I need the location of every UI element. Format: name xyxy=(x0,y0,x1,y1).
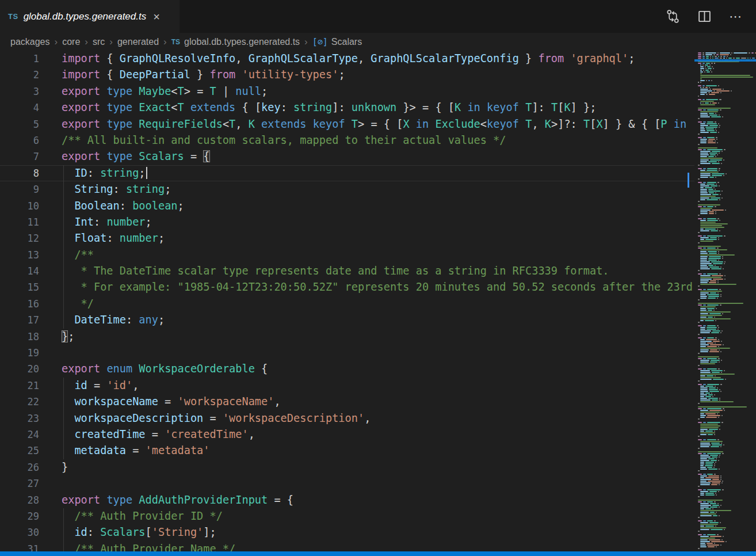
indent-guide xyxy=(63,312,64,328)
code-line-28[interactable]: 28export type AddAuthProviderInput = { xyxy=(0,492,694,508)
split-editor-icon[interactable] xyxy=(697,9,712,24)
code-line-14[interactable]: 14 * The DateTime scalar type represents… xyxy=(0,263,694,279)
line-number: 8 xyxy=(0,165,39,181)
line-number: 31 xyxy=(0,541,39,551)
indent-guide xyxy=(63,165,64,181)
line-number: 20 xyxy=(0,361,39,377)
indent-guide xyxy=(63,394,64,410)
breadcrumb-item-packages[interactable]: packages xyxy=(10,37,50,47)
line-number: 4 xyxy=(0,100,39,116)
indent-guide xyxy=(63,214,64,230)
indent-guide xyxy=(63,378,64,394)
line-number: 21 xyxy=(0,378,39,394)
code-line-9[interactable]: 9 String: string; xyxy=(0,181,694,197)
indent-guide xyxy=(63,524,64,540)
indent-guide xyxy=(63,198,64,214)
code-line-29[interactable]: 29 /** Auth Provider ID */ xyxy=(0,508,694,524)
line-number: 14 xyxy=(0,263,39,279)
line-number: 3 xyxy=(0,83,39,100)
code-line-6[interactable]: 6/** All built-in and custom scalars, ma… xyxy=(0,132,694,148)
text-cursor xyxy=(146,167,147,179)
indent-guide xyxy=(63,443,64,459)
code-line-16[interactable]: 16 */ xyxy=(0,296,694,312)
line-number: 23 xyxy=(0,410,39,426)
indent-guide xyxy=(63,247,64,263)
code-line-17[interactable]: 17 DateTime: any; xyxy=(0,312,694,328)
code-line-25[interactable]: 25 metadata = 'metadata' xyxy=(0,443,694,459)
code-line-23[interactable]: 23 workspaceDescription = 'workspaceDesc… xyxy=(0,410,694,426)
chevron-right-icon: › xyxy=(163,36,167,48)
code-line-20[interactable]: 20export enum WorkspaceOrderable { xyxy=(0,361,694,377)
line-number: 29 xyxy=(0,508,39,524)
code-line-26[interactable]: 26} xyxy=(0,459,694,475)
indent-guide xyxy=(63,426,64,443)
typescript-file-icon: TS xyxy=(8,12,18,21)
breadcrumb-item-filename[interactable]: global.db.types.generated.ts xyxy=(184,37,300,47)
indent-guide xyxy=(63,410,64,426)
code-line-15[interactable]: 15 * For example: "1985-04-12T23:20:50.5… xyxy=(0,279,694,295)
code-line-3[interactable]: 3export type Maybe<T> = T | null; xyxy=(0,83,694,100)
code-line-13[interactable]: 13 /** xyxy=(0,247,694,263)
code-line-19[interactable]: 19 xyxy=(0,345,694,361)
line-number: 6 xyxy=(0,132,39,148)
code-line-12[interactable]: 12 Float: number; xyxy=(0,230,694,246)
line-number: 12 xyxy=(0,230,39,246)
breadcrumb-item-core[interactable]: core xyxy=(62,37,80,47)
tab-global-db-types-generated[interactable]: TS global.db.types.generated.ts × xyxy=(0,0,180,33)
code-line-27[interactable]: 27 xyxy=(0,475,694,492)
code-line-21[interactable]: 21 id = 'id', xyxy=(0,378,694,394)
breadcrumb-item-scalars[interactable]: Scalars xyxy=(331,37,362,47)
line-number: 26 xyxy=(0,459,39,475)
line-number: 10 xyxy=(0,198,39,214)
line-number: 5 xyxy=(0,116,39,132)
code-line-1[interactable]: 1import { GraphQLResolveInfo, GraphQLSca… xyxy=(0,51,694,67)
code-line-18[interactable]: 18}; xyxy=(0,329,694,345)
line-number: 13 xyxy=(0,247,39,263)
minimap[interactable] xyxy=(694,51,756,551)
breadcrumb-item-generated[interactable]: generated xyxy=(117,37,159,47)
line-number: 16 xyxy=(0,296,39,312)
minimap-current-line-marker xyxy=(694,59,756,62)
code-area[interactable]: 1import { GraphQLResolveInfo, GraphQLSca… xyxy=(0,51,694,551)
indent-guide xyxy=(63,279,64,295)
editor-actions: ⋯ xyxy=(666,0,756,33)
code-line-4[interactable]: 4export type Exact<T extends { [key: str… xyxy=(0,100,694,116)
chevron-right-icon: › xyxy=(85,36,88,48)
line-number: 2 xyxy=(0,67,39,83)
close-tab-icon[interactable]: × xyxy=(153,11,160,22)
code-line-5[interactable]: 5export type RequireFields<T, K extends … xyxy=(0,116,694,132)
code-line-24[interactable]: 24 createdTime = 'createdTime', xyxy=(0,426,694,443)
code-line-10[interactable]: 10 Boolean: boolean; xyxy=(0,198,694,214)
chevron-right-icon: › xyxy=(109,36,113,48)
code-line-30[interactable]: 30 id: Scalars['String']; xyxy=(0,524,694,540)
open-changes-icon[interactable] xyxy=(666,9,680,24)
editor-pane[interactable]: 1import { GraphQLResolveInfo, GraphQLSca… xyxy=(0,51,756,551)
code-line-2[interactable]: 2import { DeepPartial } from 'utility-ty… xyxy=(0,67,694,83)
indent-guide xyxy=(63,508,64,524)
breadcrumb-item-src[interactable]: src xyxy=(93,37,105,47)
tab-label: global.db.types.generated.ts xyxy=(24,11,147,22)
code-line-11[interactable]: 11 Int: number; xyxy=(0,214,694,230)
typescript-file-icon: TS xyxy=(171,38,180,46)
line-number: 27 xyxy=(0,475,39,492)
line-number: 17 xyxy=(0,312,39,328)
line-number: 19 xyxy=(0,345,39,361)
breadcrumb: packages › core › src › generated › TS g… xyxy=(0,33,756,51)
line-number: 1 xyxy=(0,51,39,67)
overview-ruler-modified-marker xyxy=(688,173,689,188)
line-number: 28 xyxy=(0,492,39,508)
code-line-31[interactable]: 31 /** Auth Provider Name */ xyxy=(0,541,694,551)
indent-guide xyxy=(63,263,64,279)
line-number: 11 xyxy=(0,214,39,230)
line-number: 30 xyxy=(0,524,39,540)
code-line-22[interactable]: 22 workspaceName = 'workspaceName', xyxy=(0,394,694,410)
vscode-window: TS global.db.types.generated.ts × xyxy=(0,0,756,556)
indent-guide xyxy=(63,541,64,551)
chevron-right-icon: › xyxy=(304,36,308,48)
symbol-type-icon: [⊘] xyxy=(312,37,328,47)
code-line-8[interactable]: 8 ID: string; xyxy=(0,165,694,181)
code-line-7[interactable]: 7export type Scalars = { xyxy=(0,148,694,165)
indent-guide xyxy=(63,181,64,197)
line-number: 18 xyxy=(0,329,39,345)
indent-guide xyxy=(63,230,64,246)
